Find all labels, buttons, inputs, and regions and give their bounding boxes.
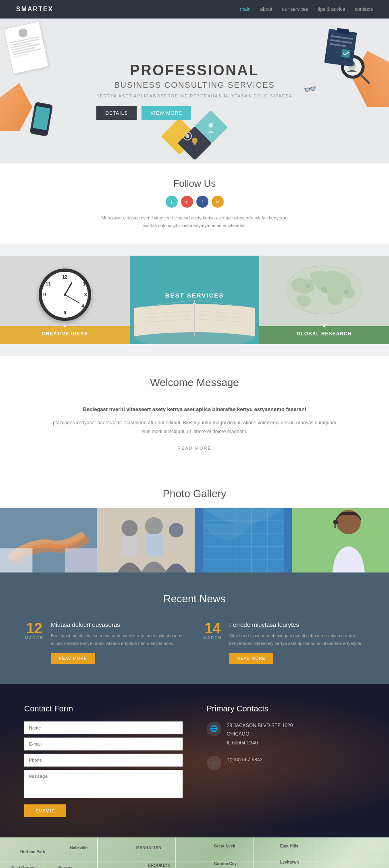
globe-icon: 🌐 [207,721,221,736]
svg-point-36 [169,523,183,537]
svg-point-35 [145,517,163,535]
gallery-woman[interactable] [292,508,389,572]
phone-input[interactable] [24,754,183,767]
hero-subtitle: BUSINESS CONSULTING SERVICES [96,81,293,90]
contact-address: 28 JACKSON BLVD STE 1020CHICAGOIL 60604-… [227,721,293,748]
contact-primary: Primary Contacts 🌐 28 JACKSON BLVD STE 1… [207,704,365,817]
svg-point-27 [321,287,327,293]
svg-rect-38 [145,534,163,556]
recent-news-heading: Recent News [24,593,365,605]
creative-ideas-label-bar: ▲ CREATIVE IDEAS [0,326,130,344]
welcome-read-more[interactable]: READ MORE [177,446,212,451]
nav-about[interactable]: about [260,6,273,12]
phone-icon: 📞 [207,756,221,770]
gallery-building[interactable] [195,508,292,572]
road-h-1 [0,862,389,862]
google-icon[interactable]: g+ [181,196,193,208]
news-body-2: Vitaeseert viasead muheciegast nveriti c… [229,632,365,647]
svg-point-28 [306,283,310,288]
map-overlay [0,837,389,868]
main-nav: main about our services tips & advice co… [240,6,373,12]
map-label-4: Great Neck [214,844,235,848]
services-section: 12 1 3 4 6 11 9 ▲ CREATIVE IDEAS [0,244,389,356]
svg-rect-31 [0,548,32,572]
facebook-icon[interactable]: f [196,196,208,208]
map-label-3: MANHATTAN [136,845,161,850]
twitter-icon[interactable]: t [166,196,178,208]
email-input[interactable] [24,738,183,750]
follow-description: Maseaystr eciegast nveriti vitaeseert vi… [94,214,295,229]
news-item-2: 14 MARCH Ferrode miuytasa leurytes Vitae… [203,621,365,663]
svg-rect-52 [334,523,335,528]
service-global-research[interactable]: ▲ GLOBAL RESEARCH [259,256,389,344]
hero-glasses: 👓 [303,82,318,96]
welcome-section: Welcome Message Beciegast nveriti vitaes… [0,356,389,471]
hero-hand-left [0,83,32,131]
gallery-team[interactable] [97,508,194,572]
hero-buttons: DETAILS VIEW MORE [96,106,293,120]
news-content-2: Ferrode miuytasa leurytes Vitaeseert via… [229,621,365,663]
hero-clipboard [322,25,360,70]
news-date-month-2: MARCH [203,636,223,640]
submit-button[interactable]: SUBMIT [24,804,66,817]
road-v-3 [253,837,254,868]
news-item-1: 12 MARCH Miuasa doloert euyaseras Becieg… [24,621,187,663]
hero-title: PROFESSIONAL [96,62,293,79]
service-creative-ideas[interactable]: 12 1 3 4 6 11 9 ▲ CREATIVE IDEAS [0,256,130,344]
svg-point-29 [343,289,349,295]
contact-phone-item: 📞 1(234) 567-9842 [207,756,365,770]
nav-main[interactable]: main [240,6,251,12]
svg-point-6 [192,138,198,143]
contact-phone: 1(234) 567-9842 [227,756,263,765]
map-label-1: Florham Park [19,849,45,854]
map-label-9: BROOKLYN [148,863,171,868]
news-read-more-2[interactable]: READ MORE [229,653,274,664]
contact-section: Contact Form SUBMIT Primary Contacts 🌐 2… [0,684,389,837]
view-more-button[interactable]: VIEW MORE [141,106,191,120]
welcome-heading: Welcome Message [48,376,341,389]
news-body-1: Beciegast nveriti vitaeseert viasead ase… [51,632,187,647]
linkedin-icon[interactable]: in [212,196,224,208]
gallery-grid [0,508,389,572]
map-label-5: East Hills [280,844,298,848]
hero-tagline: KERTYA ASET APLICABOSERDE ME RTYERAIIAS … [96,94,293,98]
news-date-2: 14 MARCH [203,621,223,663]
contact-address-item: 🌐 28 JACKSON BLVD STE 1020CHICAGOIL 6060… [207,721,365,748]
details-button[interactable]: DETAILS [96,106,137,120]
news-title-2: Ferrode miuytasa leurytes [229,621,365,628]
news-read-more-1[interactable]: READ MORE [51,653,95,664]
recent-news-section: Recent News 12 MARCH Miuasa doloert euya… [0,572,389,684]
hero-phone [29,102,53,137]
svg-line-12 [362,76,369,83]
nav-services[interactable]: our services [282,6,308,12]
service-best-services[interactable]: BEST SERVICES ▼ [130,256,260,344]
map-label-10: Garden City [214,862,237,866]
news-date-num-1: 12 [24,621,44,636]
svg-rect-37 [122,536,138,556]
svg-point-4 [185,134,189,138]
name-input[interactable] [24,721,183,734]
contact-form: Contact Form SUBMIT [24,704,183,817]
photo-gallery-section: Photo Gallery [0,471,389,572]
svg-rect-7 [193,143,196,145]
nav-tips[interactable]: tips & advice [318,6,345,12]
map-label-2: Belleville [70,845,87,850]
clock-illustration: 12 1 3 4 6 11 9 [39,269,91,321]
welcome-lead: Beciegast nveriti vitaeseert asety kerty… [48,405,341,414]
hero-document [4,21,49,74]
hero-section: PROFESSIONAL BUSINESS CONSULTING SERVICE… [0,19,389,163]
news-date-1: 12 MARCH [24,621,44,663]
message-input[interactable] [24,770,183,798]
social-icons: t g+ f in [8,196,381,208]
news-content-1: Miuasa doloert euyaseras Beciegast nveri… [51,621,187,663]
svg-rect-18 [341,49,351,58]
global-research-chevron: ▲ [321,322,327,329]
map-section: Florham Park Belleville MANHATTAN Great … [0,837,389,868]
gallery-handshake[interactable] [0,508,97,572]
welcome-body: ptalaiades kertyaser daersraads. Casrole… [48,419,341,436]
hero-content: PROFESSIONAL BUSINESS CONSULTING SERVICE… [96,62,293,120]
nav-contacts[interactable]: contacts [355,6,373,12]
svg-point-34 [122,520,138,536]
map-label-6: East Orange [12,866,35,868]
header: SMARTEX main about our services tips & a… [0,0,389,19]
